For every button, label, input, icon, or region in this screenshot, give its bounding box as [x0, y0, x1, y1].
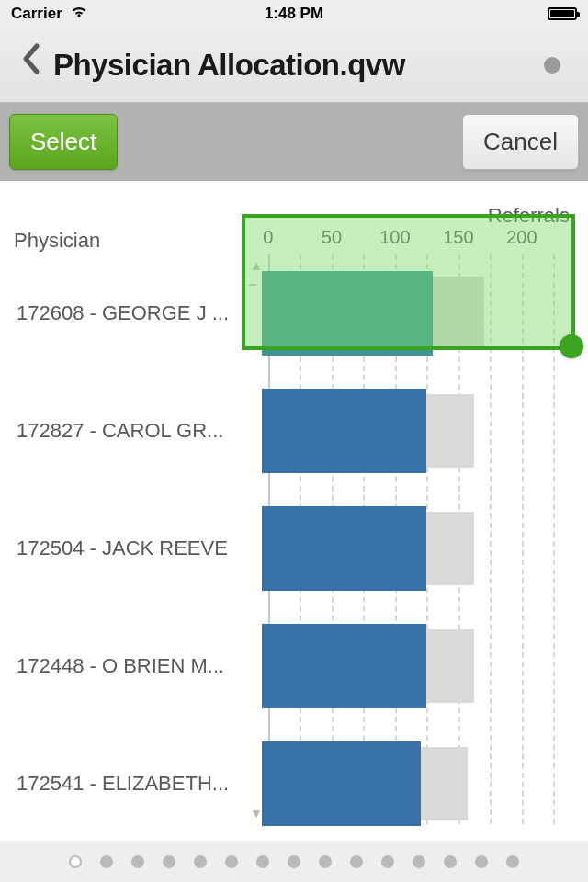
status-left: Carrier [11, 5, 88, 23]
selection-lasso[interactable] [242, 214, 575, 350]
bar-primary [262, 506, 426, 591]
page-dot[interactable] [506, 855, 519, 868]
chart-row[interactable]: 172827 - CAROL GR... [0, 372, 588, 490]
chart-row[interactable]: 172504 - JACK REEVE [0, 490, 588, 607]
column-header: Physician [14, 229, 100, 253]
status-dot-icon [544, 57, 560, 74]
page-dot[interactable] [100, 855, 113, 868]
page-indicator[interactable] [0, 841, 588, 882]
status-right [548, 7, 577, 20]
scroll-down-icon[interactable]: ▼ [250, 806, 263, 820]
page-dot[interactable] [256, 855, 269, 868]
row-label: 172541 - ELIZABETH... [17, 772, 229, 796]
back-button[interactable] [11, 41, 50, 89]
bar-group [262, 506, 579, 591]
selection-toolbar: Select Cancel [0, 103, 588, 181]
bar-group [262, 741, 579, 826]
row-label: 172608 - GEORGE J ... [17, 301, 229, 325]
cancel-button[interactable]: Cancel [462, 114, 579, 170]
chart-row[interactable]: 172541 - ELIZABETH... [0, 725, 588, 842]
page-dot[interactable] [288, 855, 300, 868]
page-dot[interactable] [475, 855, 488, 868]
wifi-icon [70, 5, 88, 23]
row-label: 172448 - O BRIEN M... [17, 654, 224, 678]
bar-primary [262, 624, 426, 708]
page-dot[interactable] [163, 855, 175, 868]
page-dot[interactable] [131, 855, 144, 868]
selection-handle[interactable] [560, 334, 583, 358]
bar-group [262, 624, 579, 708]
page-dot[interactable] [69, 855, 82, 868]
app-header: Physician Allocation.qvw [0, 28, 588, 103]
page-dot[interactable] [225, 855, 238, 868]
page-title: Physician Allocation.qvw [53, 48, 405, 83]
chart-row[interactable]: 172448 - O BRIEN M... [0, 607, 588, 725]
page-dot[interactable] [381, 855, 394, 868]
bar-primary [262, 741, 421, 826]
row-label: 172827 - CAROL GR... [17, 419, 223, 443]
page-dot[interactable] [350, 855, 363, 868]
bar-group [262, 389, 579, 473]
page-dot[interactable] [444, 855, 457, 868]
carrier-label: Carrier [11, 5, 62, 23]
page-dot[interactable] [413, 855, 425, 868]
status-bar: Carrier 1:48 PM [0, 0, 588, 28]
chart-area[interactable]: Referrals Physician 0 50 100 150 200 ▲ −… [0, 181, 588, 841]
row-label: 172504 - JACK REEVE [17, 537, 228, 560]
clock: 1:48 PM [265, 5, 323, 23]
page-dot[interactable] [194, 855, 207, 868]
page-dot[interactable] [319, 855, 332, 868]
bar-primary [262, 389, 426, 473]
select-button[interactable]: Select [9, 114, 118, 170]
battery-icon [548, 7, 577, 20]
